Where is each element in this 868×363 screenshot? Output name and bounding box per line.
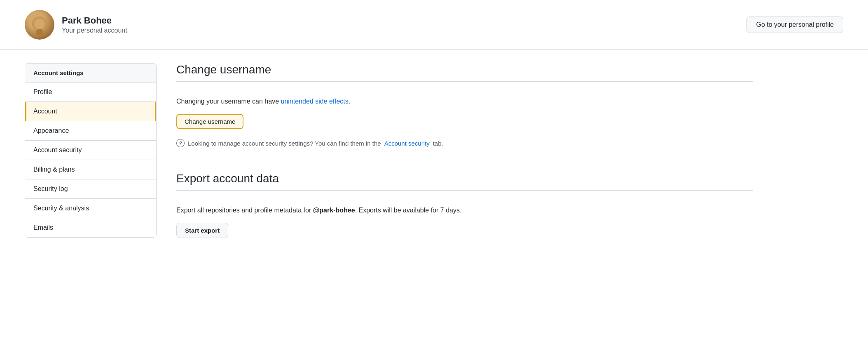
- start-export-button[interactable]: Start export: [176, 223, 228, 238]
- sidebar-item-profile[interactable]: Profile: [25, 82, 156, 102]
- avatar-image: [25, 10, 54, 40]
- description-prefix: Changing your username can have: [176, 98, 281, 105]
- change-username-section: Change username Changing your username c…: [176, 63, 753, 156]
- go-to-profile-button[interactable]: Go to your personal profile: [746, 16, 843, 33]
- sidebar-item-appearance[interactable]: Appearance: [25, 121, 156, 141]
- change-username-body: Changing your username can have unintend…: [176, 88, 753, 156]
- info-text-suffix: tab.: [433, 140, 443, 147]
- sidebar-item-security-log[interactable]: Security log: [25, 179, 156, 199]
- export-account-data-section: Export account data Export all repositor…: [176, 172, 753, 246]
- export-account-data-title: Export account data: [176, 172, 753, 191]
- export-description-suffix: . Exports will be available for 7 days.: [355, 207, 462, 214]
- user-name: Park Bohee: [62, 15, 127, 26]
- description-suffix: .: [349, 98, 350, 105]
- sidebar-item-account-security[interactable]: Account security: [25, 141, 156, 160]
- export-description: Export all repositories and profile meta…: [176, 205, 753, 215]
- unintended-side-effects-link[interactable]: unintended side effects: [281, 98, 349, 105]
- header-left: Park Bohee Your personal account: [25, 10, 127, 40]
- export-account-data-body: Export all repositories and profile meta…: [176, 197, 753, 246]
- change-username-description: Changing your username can have unintend…: [176, 97, 753, 106]
- avatar: [25, 10, 54, 40]
- sidebar-item-emails[interactable]: Emails: [25, 218, 156, 237]
- info-text-prefix: Looking to manage account security setti…: [188, 140, 381, 147]
- sidebar-header: Account settings: [25, 64, 156, 82]
- info-circle-symbol: ?: [179, 140, 182, 146]
- change-username-title: Change username: [176, 63, 753, 82]
- main-layout: Account settings Profile Account Appeara…: [0, 50, 868, 276]
- content-area: Change username Changing your username c…: [176, 63, 753, 263]
- change-username-button[interactable]: Change username: [176, 114, 243, 129]
- sidebar-item-billing[interactable]: Billing & plans: [25, 160, 156, 179]
- account-security-link[interactable]: Account security: [384, 140, 430, 147]
- header-info: Park Bohee Your personal account: [62, 15, 127, 34]
- header-right: Go to your personal profile: [746, 16, 843, 33]
- sidebar-item-security-analysis[interactable]: Security & analysis: [25, 199, 156, 218]
- sidebar-item-account[interactable]: Account: [25, 102, 156, 121]
- export-username: @park-bohee: [313, 207, 355, 214]
- export-description-prefix: Export all repositories and profile meta…: [176, 207, 313, 214]
- account-security-info: ? Looking to manage account security set…: [176, 139, 753, 147]
- page-header: Park Bohee Your personal account Go to y…: [0, 0, 868, 50]
- sidebar: Account settings Profile Account Appeara…: [25, 63, 157, 238]
- info-icon: ?: [176, 139, 185, 147]
- user-subtitle: Your personal account: [62, 27, 127, 34]
